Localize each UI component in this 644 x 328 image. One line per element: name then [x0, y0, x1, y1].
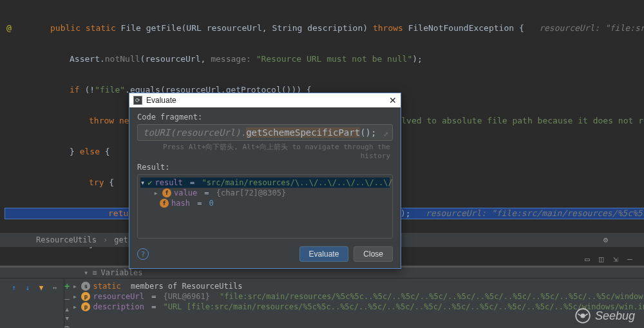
debug-side-toolbar: ↑ ↓ ▼ ↔	[0, 278, 64, 328]
expand-icon[interactable]: ↔	[50, 282, 60, 293]
step-down-icon[interactable]: ↓	[23, 282, 32, 293]
close-icon[interactable]: ✕	[389, 95, 397, 105]
variables-tree[interactable]: ▸s static members of ResourceUtils ▸p re…	[70, 278, 644, 328]
evaluate-dialog: ⟳ Evaluate ✕ Code fragment: toURI(resour…	[129, 93, 401, 269]
evaluate-button[interactable]: Evaluate	[299, 246, 349, 262]
remove-watch-icon[interactable]: —	[64, 294, 70, 304]
breadcrumb-class[interactable]: ResourceUtils	[36, 235, 97, 244]
variables-toolbar: + — ▲ ▼ ⧉	[64, 278, 70, 328]
seebug-watermark: Seebug	[574, 307, 635, 324]
add-watch-icon[interactable]: +	[64, 281, 70, 291]
dropdown-icon[interactable]: ▾	[84, 268, 88, 277]
variables-panel: ↑ ↓ ▼ ↔ + — ▲ ▼ ⧉ ▸s static members of R…	[0, 278, 644, 328]
expand-icon[interactable]: ⤢	[383, 131, 388, 138]
variables-header: ▾ ≡ Variables	[0, 268, 644, 278]
layout-icon[interactable]: ▭	[585, 254, 595, 262]
code-line: public static File getFile(URL resourceU…	[31, 23, 644, 33]
code-fragment-input[interactable]: toURI(resourceUrl).getSchemeSpecificPart…	[137, 124, 393, 141]
variable-row-resourceurl[interactable]: ▸p resourceUrl = {URL@6961} "file:src/ma…	[70, 291, 644, 302]
result-row[interactable]: ▾ ✔ result = "src/main/resources/\..\/..…	[140, 178, 390, 188]
svg-point-1	[581, 314, 584, 317]
copy-icon[interactable]: ⧉	[64, 324, 70, 328]
variable-row-static[interactable]: ▸s static members of ResourceUtils	[70, 281, 644, 291]
code-line: Assert.notNull(resourceUrl, message: "Re…	[31, 54, 644, 64]
dialog-title: Evaluate	[146, 96, 176, 105]
variables-tab-icon: ≡	[92, 268, 97, 277]
step-up-icon[interactable]: ↑	[9, 282, 19, 293]
close-panel-icon[interactable]: —	[627, 254, 638, 262]
help-icon[interactable]: ?	[137, 248, 149, 260]
code-fragment-label: Code fragment:	[137, 113, 393, 122]
result-tree[interactable]: ▾ ✔ result = "src/main/resources/\..\/..…	[137, 174, 393, 239]
seebug-icon	[574, 307, 591, 324]
close-button[interactable]: Close	[354, 246, 393, 262]
layout-split-icon[interactable]: ◫	[599, 254, 609, 262]
result-hash-row[interactable]: f hash = 0	[140, 198, 390, 208]
string-icon: ✔	[147, 178, 152, 187]
editor-toolbar: ▭ ◫ ⇲ —	[585, 254, 638, 262]
filter-icon[interactable]: ▼	[37, 282, 46, 293]
dialog-titlebar[interactable]: ⟳ Evaluate ✕	[129, 93, 401, 107]
history-hint: Press Alt+向下箭头, Alt+向上箭头 to navigate thr…	[137, 141, 393, 163]
gear-icon[interactable]: ⚙	[603, 235, 608, 244]
chevron-down-icon[interactable]: ▼	[66, 315, 69, 322]
result-value-row[interactable]: ▸ f value = {char[72]@8305}	[140, 188, 390, 198]
result-label: Result:	[137, 163, 393, 172]
variable-row-description[interactable]: ▸p description = "URL [file:src/main/res…	[70, 302, 644, 312]
evaluate-icon: ⟳	[133, 96, 142, 105]
collapse-icon[interactable]: ⇲	[613, 254, 623, 262]
variables-tab-label[interactable]: Variables	[100, 268, 142, 277]
chevron-up-icon[interactable]: ▲	[66, 306, 69, 313]
